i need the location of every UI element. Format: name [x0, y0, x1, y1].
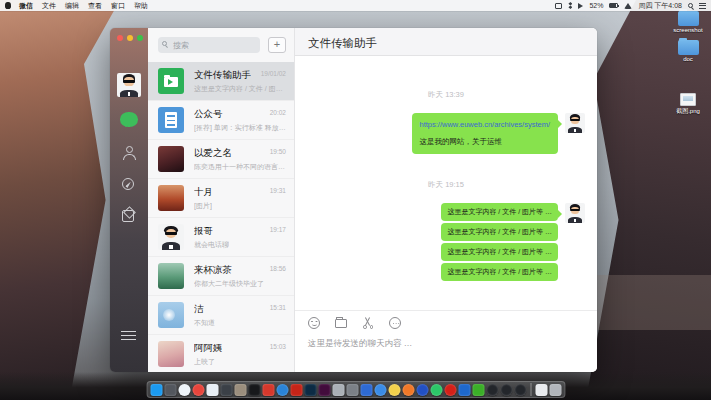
message-input[interactable]: 这里是待发送的聊天内容 … — [295, 334, 597, 372]
draft-text: 这里是待发送的聊天内容 … — [308, 338, 584, 350]
message-avatar[interactable] — [565, 203, 585, 223]
conversation-header: 文件传输助手 — [295, 28, 597, 56]
volume-icon[interactable] — [578, 3, 583, 9]
message-row: 这里是文字内容 / 文件 / 图片等 … — [307, 223, 585, 243]
chat-row-file-transfer[interactable]: 文件传输助手 19/01/02 这里是文字内容 / 文件 / 图片等… — [148, 62, 294, 101]
chat-preview: 不知道 — [194, 318, 215, 328]
file-transfer-icon — [158, 68, 184, 94]
user-avatar[interactable] — [117, 73, 141, 97]
conversation-panel: 文件传输助手 昨天 13:39 https://www.euweb.cn/arc… — [295, 28, 597, 372]
zoom-button[interactable] — [137, 35, 143, 41]
message-bubble: 这里是文字内容 / 文件 / 图片等 … — [441, 203, 558, 221]
timestamp: 昨天 19:15 — [307, 180, 585, 190]
menu-bar-clock[interactable]: 周四 下午4:08 — [638, 1, 682, 11]
send-file-icon[interactable] — [335, 319, 347, 328]
dock-photo-booth-icon[interactable] — [220, 384, 232, 396]
chat-row-official-accounts[interactable]: 公众号 20:02 [推荐] 单词：实行标准 释放客… — [148, 101, 294, 140]
chat-preview: 这里是文字内容 / 文件 / 图片等… — [194, 84, 286, 94]
dock-red-app-icon[interactable] — [262, 384, 274, 396]
menu-app-name[interactable]: 微信 — [19, 1, 33, 11]
chat-name: 阿阿姨 — [194, 342, 223, 355]
chat-row[interactable]: 阿阿姨 15:03 上映了 — [148, 335, 294, 372]
dock-music-red-app-icon[interactable] — [290, 384, 302, 396]
chats-tab-icon[interactable] — [120, 112, 138, 127]
dock-maps-icon[interactable] — [206, 384, 218, 396]
chat-row[interactable]: 洁 15:31 不知道 — [148, 296, 294, 335]
search-input[interactable] — [158, 37, 260, 53]
dock-blue-round-app-icon[interactable] — [276, 384, 288, 396]
dock-orange-app-icon[interactable] — [402, 384, 414, 396]
message-avatar[interactable] — [565, 113, 585, 133]
chat-preview: [推荐] 单词：实行标准 释放客… — [194, 123, 286, 133]
dock-wechat-icon[interactable] — [472, 384, 484, 396]
minimize-button[interactable] — [127, 35, 133, 41]
dock-trash-icon[interactable] — [549, 384, 561, 396]
menu-view[interactable]: 查看 — [88, 1, 102, 11]
message-row: 这里是文字内容 / 文件 / 图片等 … — [307, 263, 585, 283]
chat-name: 文件传输助手 — [194, 69, 251, 82]
spotlight-icon[interactable] — [688, 3, 693, 8]
menu-file[interactable]: 文件 — [42, 1, 56, 11]
dock-green-player-icon[interactable] — [430, 384, 442, 396]
dock-qq-2-icon[interactable] — [500, 384, 512, 396]
dock-qq-3-icon[interactable] — [514, 384, 526, 396]
dock-terminal-icon[interactable] — [248, 384, 260, 396]
official-accounts-icon — [158, 107, 184, 133]
dock-safari-icon[interactable] — [178, 384, 190, 396]
chat-row[interactable]: 以爱之名 19:50 陈奕迅用十一种不同的语言与演… — [148, 140, 294, 179]
menu-edit[interactable]: 编辑 — [65, 1, 79, 11]
close-button[interactable] — [117, 35, 123, 41]
dock-chrome-icon[interactable] — [192, 384, 204, 396]
dock-launchpad-icon[interactable] — [346, 384, 358, 396]
applets-cube-icon[interactable] — [122, 210, 134, 222]
wifi-icon[interactable] — [624, 3, 632, 9]
dock-blue-app-icon[interactable] — [360, 384, 372, 396]
battery-icon[interactable] — [609, 3, 618, 8]
chat-time: 19:50 — [270, 148, 286, 155]
dock-adobe-xd-icon[interactable] — [318, 384, 330, 396]
chat-history-icon[interactable] — [389, 317, 401, 329]
display-icon[interactable] — [555, 3, 562, 9]
screenshot-scissors-icon[interactable] — [362, 317, 374, 329]
menu-window[interactable]: 窗口 — [111, 1, 125, 11]
new-chat-button[interactable]: + — [268, 37, 286, 53]
chat-row[interactable]: 来杯凉茶 18:56 你都大二年级快毕业了 — [148, 257, 294, 296]
dock-blue-browser-icon[interactable] — [374, 384, 386, 396]
dock-dark-blue-app-icon[interactable] — [416, 384, 428, 396]
more-menu-icon[interactable] — [121, 331, 136, 340]
chat-time: 15:03 — [270, 343, 286, 350]
emoji-icon[interactable] — [308, 317, 320, 329]
chat-preview: 就会电话聊 — [194, 240, 229, 250]
desktop-folder-doc[interactable]: doc — [671, 40, 705, 62]
dock-photoshop-icon[interactable] — [304, 384, 316, 396]
desktop-file-image[interactable]: 截图.png — [671, 93, 705, 116]
chat-row[interactable]: 十月 19:31 [图片] — [148, 179, 294, 218]
chat-preview: 上映了 — [194, 357, 215, 367]
dock-dark-utility-icon[interactable] — [164, 384, 176, 396]
dock-photos-icon[interactable] — [388, 384, 400, 396]
chat-preview: [图片] — [194, 201, 212, 211]
dock-gray-app-icon[interactable] — [332, 384, 344, 396]
dock-qq-1-icon[interactable] — [486, 384, 498, 396]
dock-separator — [530, 383, 531, 396]
message-bubble: 这里是文字内容 / 文件 / 图片等 … — [441, 243, 558, 261]
dock-folder-app-icon[interactable] — [234, 384, 246, 396]
discover-compass-icon[interactable] — [122, 178, 134, 190]
message-link[interactable]: https://www.euweb.cn/archives/system/ — [420, 120, 550, 129]
dock-blue-square-app-icon[interactable] — [458, 384, 470, 396]
message-text: 这里是文字内容 / 文件 / 图片等 … — [447, 207, 552, 217]
bluetooth-icon[interactable] — [568, 2, 572, 9]
dock-documents-stack-icon[interactable] — [535, 384, 547, 396]
message-area: 昨天 13:39 https://www.euweb.cn/archives/s… — [295, 56, 597, 310]
chat-name: 来杯凉茶 — [194, 264, 232, 277]
notification-center-icon[interactable] — [699, 3, 706, 9]
desktop-folder-screenshot[interactable]: screenshot — [671, 11, 705, 33]
apple-menu-icon[interactable] — [5, 2, 11, 9]
chat-row[interactable]: 报哥 19:17 就会电话聊 — [148, 218, 294, 257]
contacts-tab-icon[interactable] — [122, 146, 136, 160]
battery-percent: 52% — [589, 2, 603, 9]
menu-help[interactable]: 帮助 — [134, 1, 148, 11]
dock-finder-icon[interactable] — [150, 384, 162, 396]
chat-preview: 陈奕迅用十一种不同的语言与演… — [194, 162, 286, 172]
dock-netease-music-icon[interactable] — [444, 384, 456, 396]
